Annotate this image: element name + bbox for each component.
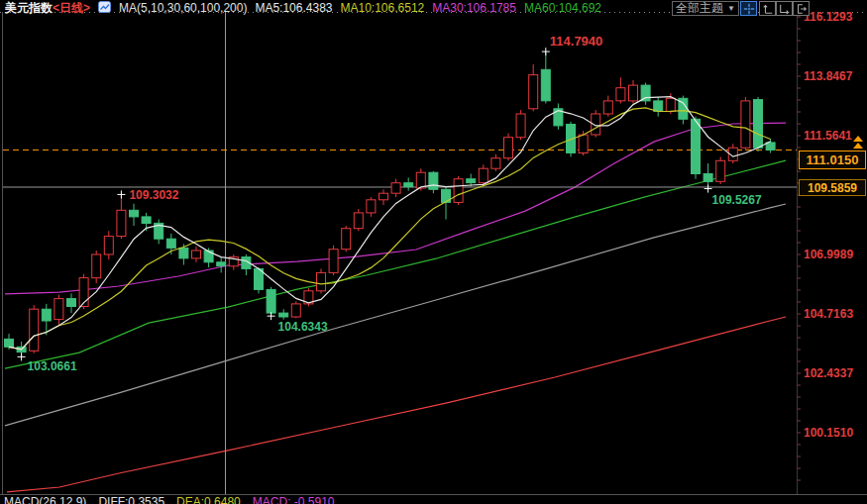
theme-dropdown-label: 全部主题	[676, 0, 723, 17]
candle	[504, 138, 513, 158]
x-axis-scale-button[interactable]	[776, 1, 793, 16]
candle	[741, 101, 750, 148]
axis-price-label: 113.8467	[804, 69, 852, 83]
candle	[579, 135, 588, 152]
axis-price-label: 106.9989	[804, 248, 853, 261]
y-axis-scale-button[interactable]	[759, 1, 776, 16]
candle	[692, 119, 701, 173]
candle	[491, 158, 500, 169]
chart-window: 美元指数<日线> MA(5,10,30,60,100,200) MA5:106.…	[0, 0, 867, 504]
crosshair-icon	[743, 3, 755, 15]
axis-price-label: 100.1510	[804, 426, 853, 440]
macd-diff-value: DIFF:0.3535	[98, 495, 164, 504]
candle	[704, 174, 712, 182]
candle	[67, 299, 76, 307]
candle	[404, 183, 413, 187]
candle	[354, 213, 363, 229]
ma-value: MA60:104.692	[524, 1, 601, 15]
candle	[166, 239, 175, 248]
candlestick-chart[interactable]: 103.0661109.3032104.6343114.7940109.5267	[0, 0, 867, 504]
candle	[641, 85, 650, 101]
candle	[54, 299, 63, 320]
y-axis-scale-icon	[762, 3, 774, 15]
macd-legend-bar: MACD(26,12,9) DIFF:0.3535 DEA:0.6480 MAC…	[4, 495, 335, 504]
candle	[117, 210, 126, 236]
candle	[454, 179, 463, 203]
candle	[179, 248, 188, 258]
theme-dropdown[interactable]: 全部主题 ▼	[672, 1, 739, 16]
candle	[516, 114, 525, 138]
candle	[30, 309, 39, 351]
candle	[429, 172, 438, 189]
ma-value: MA5:106.4383	[255, 1, 332, 15]
price-annotation: 109.3032	[129, 188, 178, 202]
axis-price-label: 116.1293	[804, 10, 852, 24]
ma-value: MA30:106.1785	[432, 1, 516, 15]
x-axis-scale-icon	[779, 3, 791, 15]
candle	[329, 250, 338, 273]
axis-price-label: 111.5641	[804, 129, 852, 143]
candle	[279, 313, 288, 317]
candle	[5, 339, 14, 347]
candle	[666, 98, 675, 111]
current-price-label: 111.0150	[799, 151, 866, 169]
candle	[754, 100, 763, 149]
candle	[379, 193, 388, 200]
line-chart-icon[interactable]	[98, 1, 111, 16]
macd-value: MACD: -0.5910	[253, 495, 335, 504]
period-label: <日线>	[53, 1, 90, 15]
ma-legend-values: MA5:106.4383MA10:106.6512MA30:106.1785MA…	[255, 1, 609, 15]
candle	[467, 179, 476, 183]
candle	[416, 172, 425, 188]
ma100-line	[5, 204, 786, 426]
candle	[616, 88, 625, 101]
price-annotation: 103.0661	[28, 359, 77, 373]
scroll-to-latest-icon[interactable]	[853, 136, 863, 150]
symbol-title: 美元指数<日线>	[5, 0, 90, 17]
candle	[603, 101, 612, 114]
candle	[142, 217, 151, 224]
price-annotation: 104.6343	[278, 320, 328, 334]
ma200-line	[7, 317, 786, 492]
crosshair-tool-button[interactable]	[740, 1, 757, 16]
candle	[92, 254, 101, 278]
candle	[529, 75, 538, 109]
axis-price-label: 104.7163	[804, 307, 853, 321]
ma-value: MA10:106.6512	[341, 1, 425, 15]
candle	[130, 210, 139, 217]
candle	[267, 289, 275, 313]
candle	[42, 309, 51, 321]
chevron-down-icon: ▼	[727, 5, 735, 13]
candle	[716, 160, 725, 181]
candle	[391, 183, 400, 194]
macd-dea-value: DEA:0.6480	[176, 495, 241, 504]
macd-params-label: MACD(26,12,9)	[4, 495, 86, 504]
candle	[217, 262, 226, 266]
candle	[204, 251, 213, 262]
candle	[541, 69, 550, 101]
candle	[342, 229, 351, 250]
collapse-panel-icon	[796, 3, 808, 15]
top-legend-bar: 美元指数<日线> MA(5,10,30,60,100,200) MA5:106.…	[5, 0, 609, 16]
candle	[629, 85, 638, 101]
symbol-name: 美元指数	[5, 1, 53, 15]
candle	[367, 200, 376, 213]
candle	[654, 101, 663, 112]
candle	[479, 168, 488, 183]
price-annotation: 114.7940	[550, 34, 603, 49]
collapse-panel-button[interactable]	[793, 1, 810, 16]
candle	[104, 237, 113, 254]
candle	[291, 304, 300, 317]
crosshair-price-label: 109.5859	[799, 179, 866, 196]
price-annotation: 109.5267	[712, 193, 762, 207]
candle	[317, 272, 326, 290]
ma-group-label: MA(5,10,30,60,100,200)	[119, 1, 247, 15]
candle	[192, 251, 201, 258]
axis-price-label: 102.4337	[804, 366, 853, 380]
